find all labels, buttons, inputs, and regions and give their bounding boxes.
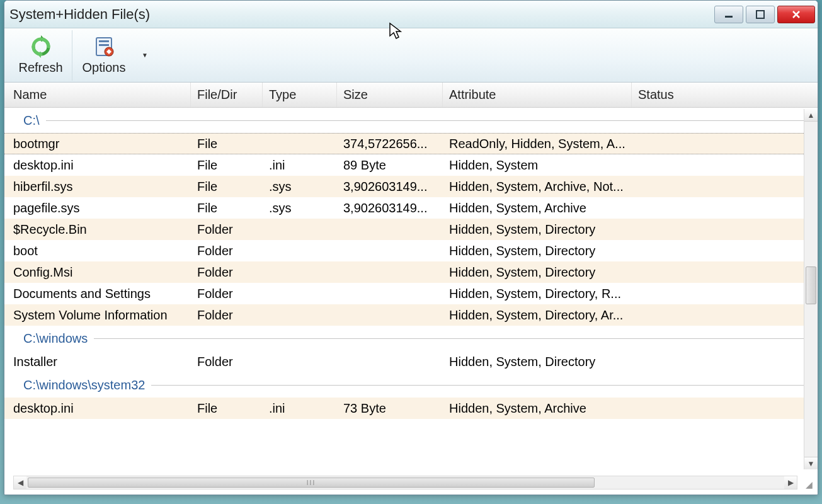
titlebar[interactable]: System+Hidden File(s) bbox=[4, 1, 818, 28]
horizontal-scrollbar[interactable]: ◀ III ▶ bbox=[13, 476, 797, 490]
cell-name: desktop.ini bbox=[4, 158, 191, 173]
refresh-label: Refresh bbox=[18, 60, 62, 75]
group-path: C:\windows\system32 bbox=[23, 378, 145, 392]
group-header[interactable]: C:\ bbox=[4, 108, 818, 133]
cell-attribute: Hidden, System, Archive bbox=[443, 201, 632, 215]
cell-name: desktop.ini bbox=[4, 401, 191, 416]
scroll-up-arrow-icon[interactable]: ▲ bbox=[804, 109, 818, 122]
cell-attribute: Hidden, System, Archive, Not... bbox=[443, 180, 632, 194]
vertical-scroll-thumb[interactable] bbox=[806, 266, 816, 304]
cell-attribute: Hidden, System, Archive bbox=[443, 401, 632, 416]
window-controls bbox=[714, 6, 815, 23]
cell-name: $Recycle.Bin bbox=[4, 222, 191, 237]
options-button[interactable]: Options bbox=[72, 30, 135, 81]
cell-name: boot bbox=[4, 244, 191, 258]
cell-size: 3,902603149... bbox=[337, 201, 443, 215]
header-name[interactable]: Name bbox=[4, 83, 191, 107]
svg-rect-8 bbox=[99, 44, 109, 46]
horizontal-scroll-thumb[interactable]: III bbox=[28, 478, 595, 488]
cell-filedir: Folder bbox=[191, 244, 263, 258]
svg-rect-0 bbox=[725, 16, 733, 18]
cell-size: 374,5722656... bbox=[337, 137, 443, 151]
header-type[interactable]: Type bbox=[263, 83, 337, 107]
cell-name: hiberfil.sys bbox=[4, 180, 191, 194]
table-row[interactable]: Documents and SettingsFolderHidden, Syst… bbox=[4, 283, 818, 304]
close-icon bbox=[791, 9, 801, 20]
group-divider bbox=[151, 385, 813, 386]
cell-type: .ini bbox=[263, 401, 337, 416]
header-filedir[interactable]: File/Dir bbox=[191, 83, 263, 107]
maximize-icon bbox=[756, 10, 765, 19]
cell-attribute: Hidden, System bbox=[443, 158, 632, 173]
cell-attribute: Hidden, System, Directory, R... bbox=[443, 287, 632, 301]
minimize-icon bbox=[724, 10, 733, 19]
file-list: C:\bootmgrFile374,5722656...ReadOnly, Hi… bbox=[4, 108, 818, 470]
table-row[interactable]: System Volume InformationFolderHidden, S… bbox=[4, 304, 818, 326]
cell-filedir: File bbox=[191, 401, 263, 416]
options-dropdown-arrow[interactable]: ▼ bbox=[142, 52, 148, 59]
column-headers: Name File/Dir Type Size Attribute Status bbox=[4, 83, 818, 108]
cell-filedir: Folder bbox=[191, 222, 263, 237]
scroll-left-arrow-icon[interactable]: ◀ bbox=[14, 476, 26, 489]
options-icon bbox=[93, 35, 115, 58]
cell-filedir: File bbox=[191, 137, 263, 151]
cell-name: Installer bbox=[4, 355, 191, 369]
cell-type: .ini bbox=[263, 158, 337, 173]
header-attribute[interactable]: Attribute bbox=[443, 83, 632, 107]
table-row[interactable]: hiberfil.sysFile.sys3,902603149...Hidden… bbox=[4, 176, 818, 197]
table-row[interactable]: $Recycle.BinFolderHidden, System, Direct… bbox=[4, 219, 818, 240]
cell-attribute: ReadOnly, Hidden, System, A... bbox=[443, 137, 632, 151]
refresh-button[interactable]: Refresh bbox=[9, 30, 72, 81]
vertical-scrollbar[interactable]: ▲ ▼ bbox=[804, 109, 818, 469]
group-header[interactable]: C:\windows\system32 bbox=[4, 372, 818, 398]
close-button[interactable] bbox=[777, 6, 815, 23]
table-row[interactable]: Config.MsiFolderHidden, System, Director… bbox=[4, 261, 818, 283]
cell-attribute: Hidden, System, Directory bbox=[443, 244, 632, 258]
group-divider bbox=[46, 120, 813, 121]
toolbar: Refresh Options ▼ bbox=[4, 28, 818, 83]
cell-type: .sys bbox=[263, 180, 337, 194]
cell-size: 3,902603149... bbox=[337, 180, 443, 194]
cell-filedir: File bbox=[191, 201, 263, 215]
cell-name: Documents and Settings bbox=[4, 287, 191, 301]
resize-grip-icon[interactable]: ◢ bbox=[801, 478, 813, 490]
group-divider bbox=[94, 338, 813, 339]
options-label: Options bbox=[83, 60, 126, 75]
group-header[interactable]: C:\windows bbox=[4, 326, 818, 351]
cell-filedir: File bbox=[191, 180, 263, 194]
cell-filedir: Folder bbox=[191, 355, 263, 369]
group-path: C:\ bbox=[23, 113, 40, 128]
cell-name: bootmgr bbox=[4, 137, 191, 151]
app-window: System+Hidden File(s) Refre bbox=[4, 0, 818, 495]
refresh-icon bbox=[30, 35, 52, 58]
table-row[interactable]: pagefile.sysFile.sys3,902603149...Hidden… bbox=[4, 197, 818, 219]
cell-name: Config.Msi bbox=[4, 265, 191, 280]
table-row[interactable]: desktop.iniFile.ini73 ByteHidden, System… bbox=[4, 398, 818, 419]
cell-name: pagefile.sys bbox=[4, 201, 191, 215]
cell-attribute: Hidden, System, Directory bbox=[443, 355, 632, 369]
cell-size: 89 Byte bbox=[337, 158, 443, 173]
maximize-button[interactable] bbox=[746, 6, 775, 23]
table-row[interactable]: bootmgrFile374,5722656...ReadOnly, Hidde… bbox=[4, 133, 818, 154]
table-row[interactable]: InstallerFolderHidden, System, Directory bbox=[4, 351, 818, 372]
horizontal-scroll-track[interactable]: III bbox=[26, 476, 784, 489]
cell-type: .sys bbox=[263, 201, 337, 215]
svg-rect-1 bbox=[756, 11, 764, 18]
svg-rect-7 bbox=[99, 40, 109, 42]
group-path: C:\windows bbox=[23, 331, 88, 346]
cell-filedir: Folder bbox=[191, 265, 263, 280]
header-status[interactable]: Status bbox=[632, 83, 818, 107]
cell-filedir: File bbox=[191, 158, 263, 173]
header-size[interactable]: Size bbox=[337, 83, 443, 107]
cell-filedir: Folder bbox=[191, 287, 263, 301]
table-row[interactable]: bootFolderHidden, System, Directory bbox=[4, 240, 818, 261]
table-row[interactable]: desktop.iniFile.ini89 ByteHidden, System bbox=[4, 154, 818, 176]
cell-attribute: Hidden, System, Directory, Ar... bbox=[443, 308, 632, 323]
scroll-down-arrow-icon[interactable]: ▼ bbox=[804, 457, 818, 469]
cell-attribute: Hidden, System, Directory bbox=[443, 222, 632, 237]
minimize-button[interactable] bbox=[714, 6, 743, 23]
scroll-right-arrow-icon[interactable]: ▶ bbox=[784, 476, 797, 489]
cell-attribute: Hidden, System, Directory bbox=[443, 265, 632, 280]
cell-size: 73 Byte bbox=[337, 401, 443, 416]
cell-name: System Volume Information bbox=[4, 308, 191, 323]
